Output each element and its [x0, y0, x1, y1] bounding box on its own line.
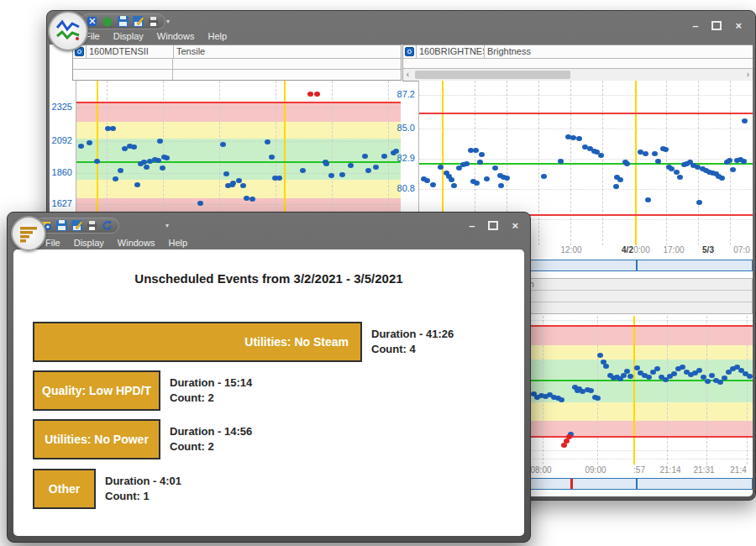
- data-point[interactable]: [654, 366, 660, 371]
- refresh-icon[interactable]: [102, 220, 113, 231]
- data-point[interactable]: [144, 165, 150, 170]
- tag-id-cell[interactable]: 160MDTENSII: [87, 45, 174, 58]
- data-point[interactable]: [236, 178, 242, 183]
- data-point[interactable]: [603, 364, 609, 369]
- tensile-chart[interactable]: [76, 81, 401, 221]
- menu-help[interactable]: Help: [168, 238, 187, 248]
- bar-quality-low-hpdt[interactable]: Quality: Low HPD/T: [33, 370, 160, 411]
- tag-link-icon[interactable]: [403, 45, 417, 58]
- data-point[interactable]: [498, 183, 504, 188]
- data-point[interactable]: [230, 181, 236, 186]
- data-point[interactable]: [197, 201, 203, 206]
- data-point[interactable]: [113, 176, 118, 181]
- data-point[interactable]: [323, 161, 329, 166]
- data-point[interactable]: [155, 158, 161, 163]
- data-point[interactable]: [727, 158, 732, 163]
- data-point[interactable]: [663, 147, 669, 152]
- bar-utilities-no-steam[interactable]: Utilities: No Steam: [33, 322, 362, 362]
- data-point[interactable]: [722, 375, 727, 381]
- data-point[interactable]: [164, 155, 170, 160]
- data-point[interactable]: [87, 140, 92, 145]
- out-of-limit-point[interactable]: [561, 443, 567, 448]
- data-point[interactable]: [484, 176, 490, 181]
- data-point[interactable]: [348, 163, 354, 168]
- toolbar-overflow-icon[interactable]: ▾: [166, 18, 170, 25]
- data-point[interactable]: [643, 151, 648, 156]
- data-point[interactable]: [504, 176, 510, 181]
- data-point[interactable]: [717, 380, 723, 385]
- data-point[interactable]: [240, 183, 246, 188]
- data-point[interactable]: [709, 373, 715, 378]
- data-point[interactable]: [110, 126, 116, 131]
- print-icon[interactable]: [148, 16, 159, 27]
- data-point[interactable]: [244, 196, 249, 201]
- data-point[interactable]: [328, 173, 334, 178]
- data-point[interactable]: [559, 397, 564, 402]
- data-point[interactable]: [598, 153, 604, 158]
- data-point[interactable]: [479, 152, 485, 157]
- data-point[interactable]: [741, 159, 747, 164]
- pointer-icon[interactable]: [87, 16, 98, 27]
- data-point[interactable]: [655, 159, 661, 164]
- data-point[interactable]: [300, 168, 306, 173]
- data-point[interactable]: [570, 135, 576, 140]
- data-point[interactable]: [424, 178, 430, 183]
- tag-name-cell[interactable]: Brightness: [485, 45, 753, 58]
- menu-windows[interactable]: Windows: [118, 238, 155, 248]
- data-point[interactable]: [365, 168, 371, 173]
- bar-other[interactable]: Other: [33, 469, 96, 509]
- data-point[interactable]: [576, 136, 582, 141]
- scrollbar-track[interactable]: [412, 71, 743, 79]
- save-edit-icon[interactable]: [71, 220, 82, 231]
- data-point[interactable]: [696, 368, 702, 373]
- data-point[interactable]: [588, 388, 594, 393]
- data-point[interactable]: [705, 379, 711, 384]
- data-point[interactable]: [541, 174, 547, 179]
- out-of-limit-point[interactable]: [314, 92, 320, 97]
- save-icon[interactable]: [56, 220, 67, 231]
- out-of-limit-point[interactable]: [307, 92, 313, 97]
- data-point[interactable]: [438, 165, 444, 170]
- data-point[interactable]: [373, 165, 379, 170]
- scrollbar-thumb[interactable]: [415, 71, 570, 79]
- data-point[interactable]: [157, 139, 163, 144]
- scroll-left-icon[interactable]: ‹: [403, 70, 412, 80]
- data-point[interactable]: [624, 161, 630, 166]
- tag-id-cell[interactable]: 160BRIGHTNESS: [417, 45, 485, 58]
- data-point[interactable]: [362, 154, 368, 159]
- data-point[interactable]: [730, 167, 736, 172]
- data-point[interactable]: [449, 177, 454, 182]
- data-point[interactable]: [381, 154, 387, 159]
- tag-name-cell[interactable]: Tensile: [174, 45, 401, 58]
- data-point[interactable]: [595, 396, 601, 401]
- hand-icon[interactable]: [102, 16, 113, 27]
- close-button[interactable]: ×: [735, 22, 742, 30]
- data-point[interactable]: [492, 165, 498, 171]
- toolbar-overflow-icon[interactable]: ▾: [165, 223, 169, 229]
- data-point[interactable]: [339, 172, 345, 177]
- data-point[interactable]: [671, 371, 677, 376]
- menu-windows[interactable]: Windows: [157, 31, 195, 41]
- scroll-right-icon[interactable]: ›: [743, 70, 753, 80]
- data-point[interactable]: [477, 160, 483, 165]
- menu-display[interactable]: Display: [113, 31, 144, 41]
- horizontal-scrollbar[interactable]: ‹ ›: [403, 69, 753, 81]
- data-point[interactable]: [597, 353, 603, 358]
- data-point[interactable]: [677, 175, 683, 180]
- save-edit-icon[interactable]: [133, 16, 144, 27]
- data-point[interactable]: [558, 159, 564, 164]
- print-icon[interactable]: [87, 220, 97, 231]
- data-point[interactable]: [627, 374, 633, 379]
- data-point[interactable]: [719, 176, 725, 181]
- maximize-button[interactable]: [488, 221, 498, 230]
- data-point[interactable]: [464, 161, 470, 166]
- data-point[interactable]: [652, 151, 658, 156]
- data-point[interactable]: [474, 181, 480, 186]
- data-point[interactable]: [645, 197, 651, 202]
- data-point[interactable]: [680, 365, 685, 370]
- close-button[interactable]: ×: [512, 222, 518, 230]
- save-icon[interactable]: [118, 16, 129, 27]
- data-point[interactable]: [269, 155, 275, 160]
- data-point[interactable]: [276, 176, 282, 181]
- data-point[interactable]: [265, 139, 270, 144]
